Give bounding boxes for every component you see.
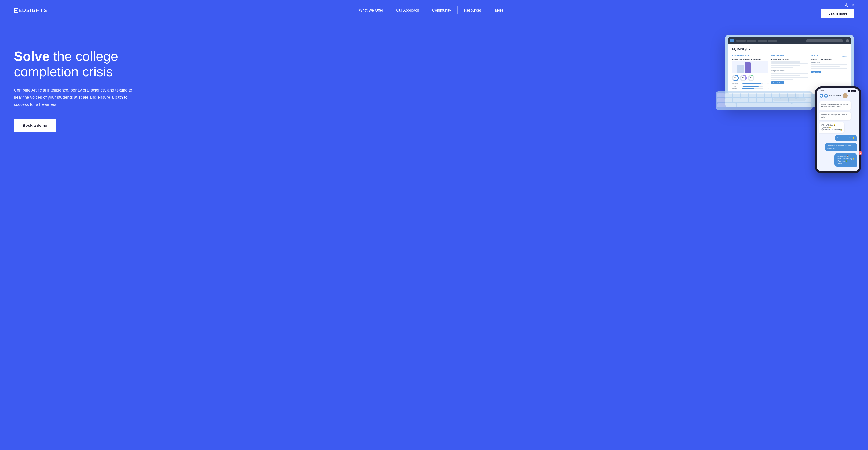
hero-headline: Solve the college completion crisis bbox=[14, 49, 152, 79]
show-all-link[interactable]: Show all bbox=[841, 56, 847, 57]
col2-line-2 bbox=[771, 63, 807, 64]
progress-row-wellness: Wellness 55 bbox=[732, 88, 769, 89]
chart-bar-1 bbox=[737, 65, 744, 73]
progress-track-academic bbox=[742, 83, 763, 84]
progress-row-engaged: Engaged 80 bbox=[732, 85, 769, 87]
header-right: Sign in Learn more bbox=[822, 3, 854, 18]
keyboard-mockup bbox=[716, 91, 813, 110]
donut-label-3: 9% bbox=[750, 77, 752, 79]
wifi-icon bbox=[851, 90, 852, 91]
sign-in-link[interactable]: Sign in bbox=[843, 3, 854, 7]
key bbox=[741, 93, 748, 97]
progress-val-academic: 90 bbox=[764, 83, 769, 84]
nav-item-community[interactable]: Community bbox=[426, 6, 458, 14]
key bbox=[757, 98, 764, 103]
key bbox=[749, 93, 756, 97]
donut-3: 9% bbox=[748, 75, 754, 81]
monitor-screen: My EdSights STUDENTS/ADVISOR Review Your… bbox=[727, 37, 851, 93]
hero-image: My EdSights STUDENTS/ADVISOR Review Your… bbox=[152, 39, 854, 178]
phone-status-bar: 12:30 bbox=[817, 88, 859, 92]
dashboard-col-2: INTERVENTIONS Review Interventions Compl… bbox=[771, 54, 807, 90]
col2-send-btn[interactable]: Send Students bbox=[771, 81, 784, 84]
progress-label-engaged: Engaged bbox=[732, 85, 741, 87]
header: EDSIGHTS What We Offer Our Approach Comm… bbox=[0, 0, 868, 21]
eye-pupil-1 bbox=[820, 95, 822, 96]
topbar-nav-2 bbox=[747, 39, 756, 42]
col1-title: Review Your Students' Risk Levels bbox=[732, 58, 769, 61]
phone-time: 12:30 bbox=[819, 90, 824, 92]
phone: 12:30 bbox=[815, 86, 861, 173]
keyboard-row-3 bbox=[717, 103, 811, 108]
phone-eyes-icon bbox=[819, 94, 828, 97]
nav-item-our-approach[interactable]: Our Approach bbox=[390, 6, 426, 14]
learn-more-button[interactable]: Learn more bbox=[822, 8, 854, 18]
chat-avatar bbox=[843, 93, 848, 98]
col1-chart bbox=[732, 61, 769, 73]
key bbox=[792, 103, 811, 108]
key bbox=[780, 98, 788, 103]
phone-chat-header: Bot the Smith bbox=[817, 92, 859, 100]
key bbox=[797, 98, 811, 103]
progress-fill-wellness bbox=[742, 88, 754, 89]
phone-screen: 12:30 bbox=[817, 88, 859, 171]
screen-topbar bbox=[727, 37, 851, 44]
key bbox=[717, 93, 724, 97]
key bbox=[780, 93, 787, 97]
chat-bubble-5: Which area do you need the most support … bbox=[825, 143, 857, 151]
nav-item-more[interactable]: More bbox=[488, 6, 509, 14]
key bbox=[749, 98, 756, 103]
col3-title: You'll Find This Interesting bbox=[810, 58, 847, 61]
spacebar-key bbox=[737, 103, 792, 108]
key bbox=[725, 93, 733, 97]
progress-val-engaged: 80 bbox=[764, 85, 769, 87]
topbar-search bbox=[806, 39, 843, 42]
progress-fill-academic bbox=[742, 83, 761, 84]
col2-line-5 bbox=[771, 73, 807, 74]
key bbox=[765, 98, 772, 103]
phone-mockup: 12:30 bbox=[815, 86, 861, 173]
bubble-text-1: Mattie, congratulations on completing th… bbox=[822, 103, 849, 108]
chat-bubble-2: How are you feeling about the series so … bbox=[819, 112, 851, 120]
key bbox=[717, 98, 724, 103]
hero-section: Solve the college completion crisis Comb… bbox=[0, 21, 868, 187]
key bbox=[773, 98, 780, 103]
col3-view-btn[interactable]: View More bbox=[810, 71, 821, 74]
book-demo-button[interactable]: Book a demo bbox=[14, 119, 56, 132]
col1-header: STUDENTS/ADVISOR bbox=[732, 54, 769, 57]
progress-bars: Academic 90 Engaged bbox=[732, 83, 769, 89]
topbar-nav-3 bbox=[757, 39, 767, 42]
donut-label-1: 60% bbox=[734, 77, 737, 79]
keyboard-row-2 bbox=[717, 98, 811, 103]
col2-line-4 bbox=[771, 67, 793, 68]
hero-text: Solve the college completion crisis Comb… bbox=[14, 39, 152, 132]
progress-track-engaged bbox=[742, 86, 763, 87]
nav-item-resources[interactable]: Resources bbox=[458, 6, 488, 14]
key bbox=[725, 98, 733, 103]
chat-bubble-3: 1) Good/Excited 😊2) Neutral 😐3) Nervous/… bbox=[819, 122, 844, 133]
key bbox=[733, 93, 740, 97]
eye-icon-1 bbox=[819, 94, 823, 97]
chat-contact-info: Bot the Smith bbox=[829, 95, 841, 97]
progress-label-wellness: Wellness bbox=[732, 88, 741, 89]
chat-bubble-1: Mattie, congratulations on completing th… bbox=[819, 101, 851, 110]
bubble-text-3: 1) Good/Excited 😊2) Neutral 😐3) Nervous/… bbox=[822, 124, 842, 131]
battery-icon bbox=[853, 90, 857, 91]
phone-status-icons bbox=[848, 90, 857, 91]
key bbox=[741, 98, 748, 103]
nav-item-what-we-offer[interactable]: What We Offer bbox=[359, 6, 390, 14]
eye-icon-2 bbox=[824, 94, 828, 97]
donut-label-2: 39% bbox=[742, 77, 744, 79]
bubble-text-5: Which area do you need the most support … bbox=[827, 145, 855, 149]
col2-line-6 bbox=[771, 75, 800, 76]
key bbox=[804, 93, 811, 97]
progress-track-wellness bbox=[742, 88, 763, 89]
logo-bracket bbox=[14, 8, 18, 13]
dashboard-col-3: REPORTS Show all You'll Find This Intere… bbox=[810, 54, 847, 90]
key bbox=[717, 103, 736, 108]
bubble-text-6: 1) Academics 📚2) Finances of Money 💰3) W… bbox=[837, 155, 855, 165]
eye-pupil-2 bbox=[825, 95, 827, 96]
progress-val-wellness: 55 bbox=[764, 88, 769, 89]
chart-bar-2 bbox=[745, 62, 751, 73]
col3-line-3 bbox=[810, 68, 847, 69]
col2-line-7 bbox=[771, 77, 807, 78]
